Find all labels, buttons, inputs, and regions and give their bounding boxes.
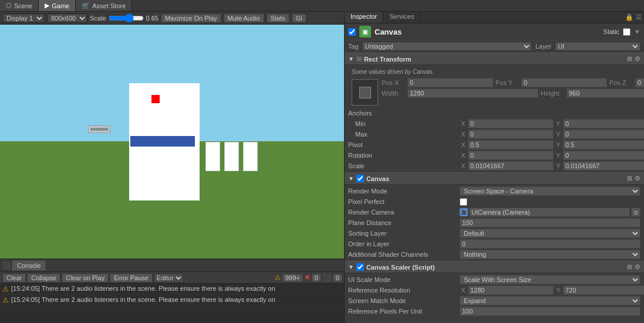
order-layer-input[interactable] xyxy=(460,239,640,249)
resolution-select[interactable]: 800x600 xyxy=(47,13,87,23)
screen-match-value: Expand xyxy=(460,296,640,305)
scaler-icon-2[interactable]: ⚙ xyxy=(635,263,640,271)
rotation-label: Rotation xyxy=(348,152,460,159)
driven-msg-row: Some values driven by Canvas. xyxy=(345,66,644,77)
inspector-lock-icon[interactable]: 🔒 xyxy=(625,13,633,21)
ref-res-group: X Y xyxy=(460,285,644,295)
shader-select[interactable]: Nothing xyxy=(460,250,640,259)
clear-btn[interactable]: Clear xyxy=(2,273,26,283)
anchor-max-y[interactable] xyxy=(563,130,644,139)
anchor-max-x[interactable] xyxy=(468,130,554,139)
layer-select[interactable]: UI xyxy=(555,42,640,51)
screen-match-row: Screen Match Mode Expand xyxy=(345,295,644,306)
scale-prop-label: Scale xyxy=(348,162,460,169)
camera-picker-btn[interactable]: ⊙ xyxy=(631,208,640,217)
width-input[interactable] xyxy=(407,89,538,98)
rot-x[interactable] xyxy=(468,151,554,160)
asset-store-icon: 🛒 xyxy=(82,2,90,9)
rot-y-label: Y xyxy=(555,152,562,159)
rect-transform-icons: ⊞ ⚙ xyxy=(627,55,640,63)
rect-preview-inner xyxy=(359,87,371,98)
rotation-row: Rotation X Y Z xyxy=(345,150,644,161)
plane-distance-input[interactable] xyxy=(460,218,640,227)
stats-btn[interactable]: Stats xyxy=(267,13,289,23)
tab-game[interactable]: ▶ Game xyxy=(39,0,76,11)
rt-icon-1[interactable]: ⊞ xyxy=(627,55,632,63)
pixel-perfect-checkbox[interactable] xyxy=(460,198,467,206)
scale-x[interactable] xyxy=(468,161,554,171)
render-camera-input[interactable] xyxy=(469,208,630,217)
pivot-y-label: Y xyxy=(555,141,562,148)
rect-transform-section[interactable]: ▼ ⊞ Rect Transform ⊞ ⚙ xyxy=(345,53,644,65)
anchor-min-y[interactable] xyxy=(563,119,644,128)
ref-y-input[interactable] xyxy=(563,285,644,295)
pos-y-label: Pos Y xyxy=(495,79,519,86)
rotation-group: X Y Z xyxy=(460,151,644,160)
canvas-active-checkbox[interactable] xyxy=(356,175,364,182)
editor-select[interactable]: Editor xyxy=(154,273,184,283)
rot-y[interactable] xyxy=(563,151,644,160)
anchor-min-row: Min X Y xyxy=(345,118,644,129)
pivot-x[interactable] xyxy=(468,140,554,149)
camera-icon: 🎥 xyxy=(460,208,468,216)
ref-x-input[interactable] xyxy=(468,285,554,295)
tab-services[interactable]: Services xyxy=(383,12,420,23)
scale-y[interactable] xyxy=(563,161,644,171)
canvas-title: Canvas xyxy=(366,175,389,182)
static-checkbox[interactable] xyxy=(623,28,630,36)
static-dropdown-icon[interactable]: ▼ xyxy=(634,28,640,35)
screen-match-select[interactable]: Expand xyxy=(460,296,640,305)
scale-value: 0.65 xyxy=(146,15,159,22)
anchor-min-x[interactable] xyxy=(468,119,554,128)
static-label: Static xyxy=(603,28,620,35)
tab-asset-store[interactable]: 🛒 Asset Store xyxy=(76,0,132,11)
rt-icon-2[interactable]: ⚙ xyxy=(635,55,640,63)
scaler-icons: ⊞ ⚙ xyxy=(627,263,640,271)
screen-match-label: Screen Match Mode xyxy=(348,297,460,304)
render-camera-value: 🎥 ⊙ xyxy=(460,208,640,217)
inspector-menu-icon[interactable]: ☰ xyxy=(636,13,642,21)
rect-transform-chevron: ▼ xyxy=(348,56,354,62)
canvas-icon-1[interactable]: ⊞ xyxy=(627,175,632,182)
console-msg-1: ⚠ [15:24:05] There are 2 audio listeners… xyxy=(0,284,344,295)
maximize-btn[interactable]: Maximize On Play xyxy=(161,13,221,23)
warn-icon-2: ⚠ xyxy=(2,296,9,304)
pivot-y[interactable] xyxy=(563,140,644,149)
anchor-max-row: Max X Y xyxy=(345,129,644,140)
tab-scene[interactable]: ⬡ Scene xyxy=(0,0,39,11)
clear-on-play-btn[interactable]: Clear on Play xyxy=(62,273,109,283)
pos-y-input[interactable] xyxy=(521,78,607,87)
scaler-active-checkbox[interactable] xyxy=(356,263,364,271)
ref-pixels-value xyxy=(460,307,640,316)
scaler-icon-1[interactable]: ⊞ xyxy=(627,263,632,271)
render-mode-row: Render Mode Screen Space - Camera xyxy=(345,186,644,196)
obj-active-checkbox[interactable] xyxy=(348,28,356,36)
pos-z-input[interactable] xyxy=(635,78,644,87)
tag-select[interactable]: Untagged xyxy=(362,42,532,51)
scale-x-label: X xyxy=(460,162,467,169)
canvas-scaler-section-header[interactable]: ▼ Canvas Scaler (Script) ⊞ ⚙ xyxy=(345,261,644,273)
ui-scale-select[interactable]: Scale With Screen Size xyxy=(460,275,640,284)
mute-btn[interactable]: Mute Audio xyxy=(224,13,264,23)
display-select[interactable]: Display 1 xyxy=(2,13,45,23)
console-tab[interactable]: Console xyxy=(12,260,46,271)
height-input[interactable] xyxy=(567,89,644,98)
pos-x-input[interactable] xyxy=(407,78,493,87)
canvas-icons: ⊞ ⚙ xyxy=(627,175,640,182)
ref-pixels-input[interactable] xyxy=(460,307,640,316)
collapse-btn[interactable]: Collapse xyxy=(27,273,60,283)
gi-btn[interactable]: Gi xyxy=(292,13,306,23)
tab-inspector[interactable]: Inspector xyxy=(345,12,383,23)
shader-value: Nothing xyxy=(460,250,640,259)
render-mode-select[interactable]: Screen Space - Camera xyxy=(460,186,640,196)
sorting-layer-select[interactable]: Default xyxy=(460,229,640,238)
scale-slider[interactable] xyxy=(109,15,144,22)
console-messages: ⚠ [15:24:05] There are 2 audio listeners… xyxy=(0,284,344,323)
pixel-perfect-value xyxy=(460,198,640,206)
anchor-min-group: X Y xyxy=(460,119,644,128)
error-pause-btn[interactable]: Error Pause xyxy=(110,273,153,283)
canvas-icon-2[interactable]: ⚙ xyxy=(635,175,640,182)
sorting-layer-row: Sorting Layer Default xyxy=(345,228,644,239)
canvas-section-header[interactable]: ▼ Canvas ⊞ ⚙ xyxy=(345,172,644,185)
rect-transform-icon: ⊞ xyxy=(356,55,362,63)
